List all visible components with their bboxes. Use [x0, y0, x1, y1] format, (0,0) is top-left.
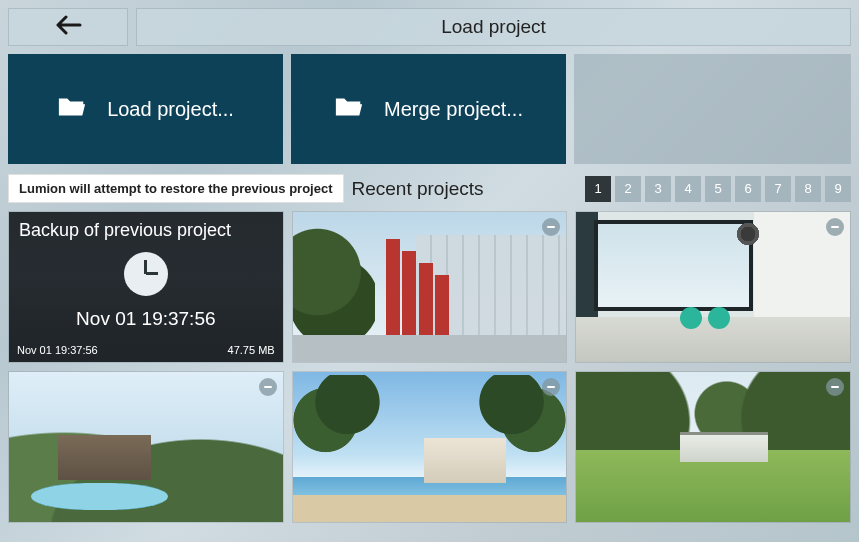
recent-header: Lumion will attempt to restore the previ…	[0, 168, 859, 205]
back-button[interactable]	[8, 8, 128, 46]
backup-title: Backup of previous project	[9, 212, 283, 241]
thumb-scene	[576, 372, 850, 522]
page-title: Load project	[136, 8, 851, 46]
thumb-scene	[576, 212, 850, 362]
page-button-5[interactable]: 5	[705, 176, 731, 202]
thumb-scene	[293, 372, 567, 522]
project-thumb[interactable]	[8, 371, 284, 523]
page-title-text: Load project	[441, 16, 546, 38]
restore-tooltip-text: Lumion will attempt to restore the previ…	[19, 181, 333, 196]
project-thumb[interactable]	[292, 371, 568, 523]
merge-project-label: Merge project...	[384, 98, 523, 121]
page-button-2[interactable]: 2	[615, 176, 641, 202]
backup-footer-time: Nov 01 19:37:56	[17, 344, 98, 356]
thumb-scene	[9, 372, 283, 522]
backup-overlay: Backup of previous project Nov 01 19:37:…	[9, 212, 283, 362]
pagination: 1 2 3 4 5 6 7 8 9	[585, 176, 851, 202]
backup-time: Nov 01 19:37:56	[76, 308, 215, 330]
project-thumb[interactable]	[575, 371, 851, 523]
merge-project-button[interactable]: Merge project...	[291, 54, 566, 164]
load-project-button[interactable]: Load project...	[8, 54, 283, 164]
project-grid: Backup of previous project Nov 01 19:37:…	[0, 205, 859, 531]
header-bar: Load project	[0, 0, 859, 50]
project-thumb-backup[interactable]: Backup of previous project Nov 01 19:37:…	[8, 211, 284, 363]
recent-projects-label: Recent projects	[352, 178, 580, 200]
arrow-left-icon	[54, 15, 82, 39]
action-spacer	[574, 54, 851, 164]
remove-project-icon[interactable]	[826, 218, 844, 236]
backup-footer-size: 47.75 MB	[228, 344, 275, 356]
project-thumb[interactable]	[575, 211, 851, 363]
page-button-7[interactable]: 7	[765, 176, 791, 202]
page-button-1[interactable]: 1	[585, 176, 611, 202]
remove-project-icon[interactable]	[826, 378, 844, 396]
page-button-9[interactable]: 9	[825, 176, 851, 202]
folder-open-icon	[57, 94, 87, 125]
project-thumb[interactable]	[292, 211, 568, 363]
remove-project-icon[interactable]	[259, 378, 277, 396]
page-button-3[interactable]: 3	[645, 176, 671, 202]
page-button-6[interactable]: 6	[735, 176, 761, 202]
page-button-4[interactable]: 4	[675, 176, 701, 202]
backup-mid: Nov 01 19:37:56	[9, 241, 283, 340]
folder-open-icon	[334, 94, 364, 125]
clock-icon	[124, 252, 168, 296]
page-button-8[interactable]: 8	[795, 176, 821, 202]
thumb-scene	[293, 212, 567, 362]
load-project-label: Load project...	[107, 98, 234, 121]
action-row: Load project... Merge project...	[0, 50, 859, 168]
backup-footer: Nov 01 19:37:56 47.75 MB	[9, 340, 283, 362]
restore-tooltip: Lumion will attempt to restore the previ…	[8, 174, 344, 203]
